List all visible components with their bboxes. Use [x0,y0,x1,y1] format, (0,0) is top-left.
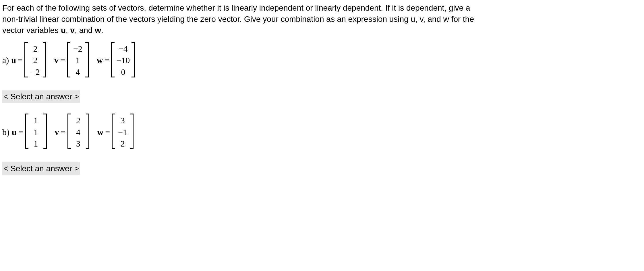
bracket-left-icon [25,114,28,149]
instructions-period: . [101,26,103,35]
equals-sign: = [60,54,65,66]
problem-a-w-symbol: w [97,54,103,66]
problem-a-vectors: a) u = 2 2 −2 v = −2 1 4 w = [2,42,642,79]
bracket-right-icon [86,114,89,149]
matrix-cell: 1 [30,138,42,150]
problem-a-v-symbol: v [54,54,59,66]
matrix-cell: 3 [73,138,84,150]
equals-sign: = [61,126,66,138]
problem-a-label: a) [2,54,9,66]
problem-a-u-matrix: 2 2 −2 [24,42,46,79]
problem-b-label: b) [2,126,9,138]
bracket-right-icon [131,42,135,77]
instructions-text: For each of the following sets of vector… [2,2,642,36]
equals-sign: = [18,126,23,138]
problem-b-v-symbol: v [55,126,59,138]
bracket-left-icon [24,42,28,77]
instructions-var-v: v [70,26,75,35]
problem-b-vectors: b) u = 1 1 1 v = 2 4 3 w = [2,114,642,151]
matrix-cell: −2 [30,66,41,78]
matrix-cell: 0 [116,66,130,78]
matrix-cell: 3 [117,115,128,126]
matrix-cell: 4 [72,66,84,78]
matrix-cell: 1 [72,54,84,66]
problem-b: b) u = 1 1 1 v = 2 4 3 w = [2,114,642,175]
matrix-cell: 2 [30,54,41,66]
problem-b-w-matrix: 3 −1 2 [112,114,134,151]
matrix-cell: −10 [116,54,130,66]
matrix-cell: 4 [73,126,84,138]
matrix-cell: 2 [30,43,41,55]
bracket-left-icon [111,42,115,77]
instructions-line1: For each of the following sets of vector… [2,3,470,12]
bracket-left-icon [112,114,115,149]
problem-a-select-answer[interactable]: < Select an answer > [2,90,80,103]
instructions-var-w: w [95,26,101,35]
problem-b-select-answer[interactable]: < Select an answer > [2,162,80,175]
problem-b-w-symbol: w [97,126,104,138]
bracket-right-icon [85,42,89,77]
matrix-cell: 2 [73,115,84,126]
matrix-cell: 1 [30,126,42,138]
matrix-cell: 2 [117,138,128,150]
matrix-cell: −2 [72,43,84,55]
problem-a-w-matrix: −4 −10 0 [111,42,135,79]
bracket-right-icon [43,114,47,149]
matrix-cell: −1 [117,126,128,138]
instructions-line3-part1: vector variables [2,26,61,35]
problem-b-u-matrix: 1 1 1 [25,114,47,151]
instructions-comma1: , [66,26,70,35]
problem-b-u-symbol: u [12,126,17,138]
bracket-right-icon [130,114,134,149]
instructions-var-u: u [61,26,66,35]
instructions-line2: non-trivial linear combination of the ve… [2,15,474,24]
matrix-cell: 1 [30,115,42,126]
instructions-comma2: , and [75,26,95,35]
equals-sign: = [105,126,110,138]
bracket-left-icon [67,114,71,149]
equals-sign: = [105,54,110,66]
equals-sign: = [18,54,23,66]
bracket-right-icon [43,42,46,77]
problem-a-v-matrix: −2 1 4 [67,42,89,79]
bracket-left-icon [67,42,70,77]
problem-b-v-matrix: 2 4 3 [67,114,89,151]
matrix-cell: −4 [116,43,130,55]
problem-a-u-symbol: u [11,54,16,66]
problem-a: a) u = 2 2 −2 v = −2 1 4 w = [2,42,642,103]
